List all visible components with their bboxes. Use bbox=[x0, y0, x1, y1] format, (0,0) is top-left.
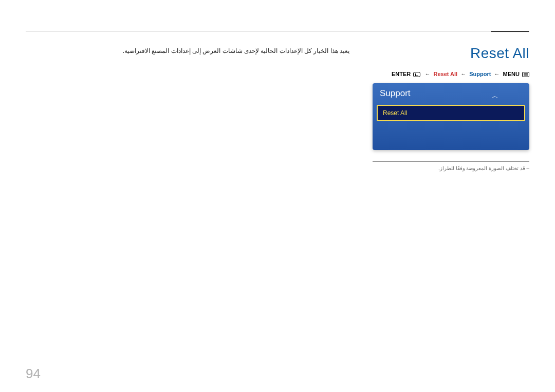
enter-icon bbox=[413, 72, 420, 77]
menu-icon bbox=[522, 72, 529, 77]
osd-header: Support ︿ bbox=[373, 83, 529, 103]
breadcrumb-menu: MENU bbox=[503, 71, 520, 77]
top-rule bbox=[26, 31, 529, 31]
osd-panel: Support ︿ Reset All bbox=[373, 83, 529, 150]
breadcrumb-enter: ENTER bbox=[392, 71, 411, 77]
accent-rule bbox=[491, 31, 529, 32]
breadcrumb-reset-all: Reset All bbox=[433, 71, 457, 77]
page-number: 94 bbox=[26, 366, 41, 382]
osd-item-reset-all[interactable]: Reset All bbox=[377, 105, 525, 121]
footnote-rule bbox=[373, 161, 529, 162]
footnote-text: قد تختلف الصورة المعروضة وفقًا للطراز. bbox=[438, 165, 525, 171]
page-title: Reset All bbox=[470, 45, 529, 62]
arrow-icon-1: ← bbox=[424, 71, 430, 77]
breadcrumb-support: Support bbox=[469, 71, 491, 77]
footnote: – قد تختلف الصورة المعروضة وفقًا للطراز. bbox=[373, 165, 529, 171]
chevron-up-icon[interactable]: ︿ bbox=[492, 91, 498, 101]
arrow-icon-2: ← bbox=[460, 71, 466, 77]
arrow-icon-3: ← bbox=[494, 71, 499, 77]
page-description: يعيد هذا الخيار كل الإعدادات الحالية لإح… bbox=[26, 47, 349, 54]
osd-header-label: Support bbox=[380, 88, 411, 98]
breadcrumb: ENTER ← Reset All ← Support ← MENU bbox=[392, 71, 529, 77]
